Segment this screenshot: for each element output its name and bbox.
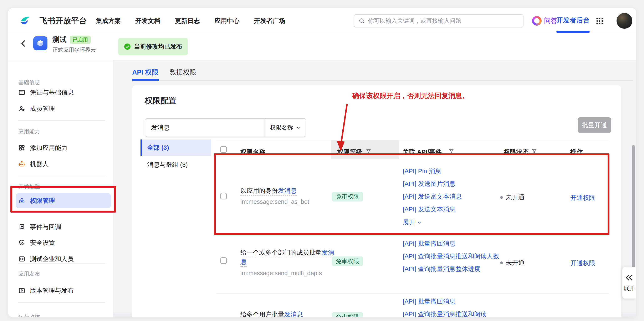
- robot-icon: [18, 160, 26, 168]
- search-input[interactable]: [368, 18, 514, 24]
- api-link[interactable]: [API] 发送图片消息: [403, 180, 500, 188]
- chevron-down-icon: [296, 125, 301, 130]
- check-circle-icon: [124, 43, 131, 50]
- sidebar-item-add-capability[interactable]: 添加应用能力: [18, 140, 68, 155]
- nav-link-changelog[interactable]: 更新日志: [175, 17, 200, 25]
- filter-icon[interactable]: [366, 148, 371, 154]
- row-checkbox[interactable]: [220, 257, 227, 264]
- permission-config-card: 权限配置 权限名称 批量开通 全部 (3) 消息与群组 (3) 权限名称 权限等…: [132, 85, 621, 317]
- api-link[interactable]: [API] Pin 消息: [403, 167, 500, 175]
- cube-icon: [36, 39, 45, 48]
- api-link[interactable]: [API] 发送文本消息: [403, 205, 500, 214]
- status-text: 未开通: [506, 258, 524, 267]
- status-text: 未开通: [506, 193, 524, 202]
- filter-icon[interactable]: [448, 148, 454, 154]
- permission-name-text: 给多个用户批量: [240, 311, 284, 317]
- permission-search-input[interactable]: [145, 119, 264, 136]
- sidebar-item-members[interactable]: 成员管理: [18, 101, 55, 116]
- tab-api-permissions[interactable]: API 权限: [132, 68, 158, 77]
- filter-type-select[interactable]: 权限名称: [264, 119, 306, 136]
- level-badge: 免审权限: [332, 312, 363, 317]
- tab-active-underline: [132, 79, 159, 81]
- developer-console-link[interactable]: 开发者后台: [556, 8, 590, 32]
- col-header-level: 权限等级: [337, 148, 362, 156]
- qa-link[interactable]: 问答: [544, 8, 558, 33]
- sidebar-item-label: 版本管理与发布: [30, 286, 74, 295]
- nav-link-app-center[interactable]: 应用中心: [214, 17, 239, 25]
- permission-name-link[interactable]: 发消息: [278, 187, 296, 194]
- category-label: 全部 (3): [147, 144, 169, 152]
- api-link[interactable]: [API] 查询批量消息整体进度: [403, 265, 500, 273]
- api-link[interactable]: [API] 查询批量消息推送和阅读人数: [403, 252, 500, 260]
- enable-permission-link[interactable]: 开通权限: [570, 259, 595, 268]
- api-link[interactable]: [API] 查询批量消息推送和阅读: [403, 310, 500, 317]
- global-search[interactable]: [354, 14, 524, 28]
- table-header-border: [216, 159, 609, 159]
- sidebar-section-capabilities: 应用能力: [18, 128, 40, 135]
- status-cell: 未开通: [500, 258, 524, 267]
- filter-type-label: 权限名称: [270, 124, 293, 132]
- table-top-border: [216, 140, 609, 140]
- category-all[interactable]: 全部 (3): [140, 140, 211, 156]
- sidebar-item-label: 测试企业和人员: [30, 255, 74, 263]
- publish-banner-text: 当前修改均已发布: [134, 42, 182, 51]
- sidebar-item-bot[interactable]: 机器人: [18, 156, 49, 172]
- app-name: 测试: [52, 35, 66, 44]
- permission-name[interactable]: 以应用的身份发消息: [240, 187, 296, 196]
- expand-apis-link[interactable]: 展开: [403, 218, 422, 227]
- permission-search: 权限名称: [145, 118, 306, 137]
- table-row-name: 给一个或多个部门的成员批量发消息 im:message:send_multi_d…: [240, 248, 334, 277]
- sidebar-item-label: 添加应用能力: [30, 144, 68, 152]
- sidebar-item-test-org[interactable]: 测试企业和人员: [18, 252, 74, 266]
- user-avatar[interactable]: [616, 13, 632, 29]
- qa-gradient-icon[interactable]: [532, 16, 542, 26]
- permission-name-link[interactable]: 发消息: [284, 311, 303, 317]
- enable-permission-link[interactable]: 开通权限: [570, 194, 595, 202]
- divider: [18, 302, 105, 303]
- sidebar: 基础信息 凭证与基础信息 成员管理 应用能力 添加应用能力 机器人 开发配置 权…: [8, 60, 114, 317]
- sidebar-item-permissions[interactable]: 权限管理: [18, 193, 55, 208]
- divider: [18, 263, 105, 264]
- search-icon: [358, 18, 365, 24]
- level-badge: 免审权限: [332, 192, 363, 202]
- select-all-checkbox[interactable]: [220, 146, 227, 153]
- app-header: 测试 已启用 正式应用@环界云 当前修改均已发布: [8, 33, 636, 60]
- permission-name[interactable]: 给一个或多个部门的成员批量发消息: [240, 249, 334, 267]
- level-badge: 免审权限: [332, 256, 363, 266]
- api-link[interactable]: [API] 发送富文本消息: [403, 192, 500, 201]
- status-dot-icon: [500, 196, 503, 199]
- permission-name[interactable]: 给多个用户批量发消息: [240, 311, 303, 317]
- sidebar-item-security[interactable]: 安全设置: [18, 235, 55, 250]
- tab-data-permissions[interactable]: 数据权限: [170, 68, 196, 77]
- chevron-down-icon: [417, 220, 422, 225]
- row-divider: [216, 233, 609, 234]
- category-label: 消息与群组 (3): [147, 160, 188, 169]
- feishu-logo-icon[interactable]: [19, 15, 31, 27]
- permission-code: im:message:send_multi_depts: [240, 270, 334, 277]
- category-message-group[interactable]: 消息与群组 (3): [140, 156, 211, 173]
- batch-enable-button[interactable]: 批量开通: [578, 118, 611, 133]
- sidebar-item-events[interactable]: 事件与回调: [18, 220, 61, 234]
- nav-link-dev-plaza[interactable]: 开发者广场: [254, 17, 285, 25]
- sidebar-item-label: 机器人: [30, 160, 49, 168]
- sidebar-item-label: 凭证与基础信息: [30, 88, 74, 97]
- apps-grid-icon[interactable]: [595, 17, 604, 26]
- row-checkbox[interactable]: [220, 193, 227, 200]
- back-icon[interactable]: [20, 40, 28, 48]
- sidebar-item-credentials[interactable]: 凭证与基础信息: [18, 85, 74, 100]
- sidebar-expander-button[interactable]: 展开: [622, 267, 636, 298]
- app-subtitle: 正式应用@环界云: [52, 46, 96, 54]
- member-add-icon: [18, 105, 26, 112]
- permission-name-text: 给一个或多个部门的成员批量: [240, 249, 322, 256]
- nav-link-solutions[interactable]: 集成方案: [96, 17, 121, 25]
- api-link[interactable]: [API] 批量撤回消息: [403, 297, 500, 306]
- id-card-icon: [18, 89, 26, 96]
- filter-icon[interactable]: [532, 148, 537, 154]
- col-header-name: 权限名称: [240, 148, 266, 156]
- scrollbar-thumb[interactable]: [632, 145, 635, 268]
- api-link[interactable]: [API] 批量撤回消息: [403, 240, 500, 248]
- api-link-list: [API] 批量撤回消息 [API] 查询批量消息推送和阅读: [403, 297, 500, 317]
- brand-title[interactable]: 飞书开放平台: [40, 8, 87, 33]
- nav-link-docs[interactable]: 开发文档: [135, 17, 160, 25]
- sidebar-item-version[interactable]: 版本管理与发布: [18, 283, 74, 298]
